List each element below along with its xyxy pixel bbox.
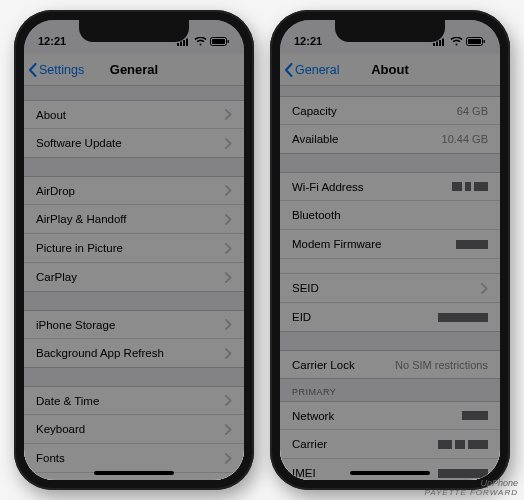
chevron-right-icon: [225, 138, 232, 149]
nav-title: General: [110, 62, 158, 77]
chevron-left-icon: [28, 63, 38, 77]
row-airplay-handoff[interactable]: AirPlay & Handoff: [24, 205, 244, 234]
row-eid: EID: [280, 303, 500, 332]
nav-bar: General About: [280, 54, 500, 86]
svg-rect-6: [228, 40, 230, 43]
row-seid[interactable]: SEID: [280, 274, 500, 303]
svg-rect-10: [442, 38, 444, 46]
chevron-right-icon: [225, 319, 232, 330]
row-carplay[interactable]: CarPlay: [24, 263, 244, 292]
row-capacity: Capacity 64 GB: [280, 96, 500, 125]
chevron-right-icon: [225, 185, 232, 196]
chevron-right-icon: [225, 243, 232, 254]
group-header-primary: PRIMARY: [280, 379, 500, 401]
row-iphone-storage[interactable]: iPhone Storage: [24, 310, 244, 339]
svg-rect-5: [212, 39, 225, 44]
notch: [79, 20, 189, 42]
chevron-left-icon: [284, 63, 294, 77]
home-indicator[interactable]: [350, 471, 430, 475]
about-content: Capacity 64 GB Available 10.44 GB Wi-Fi …: [280, 96, 500, 480]
svg-rect-1: [180, 41, 182, 46]
chevron-right-icon: [225, 424, 232, 435]
row-bluetooth: Bluetooth: [280, 201, 500, 230]
chevron-right-icon: [225, 109, 232, 120]
row-fonts[interactable]: Fonts: [24, 444, 244, 473]
value-available: 10.44 GB: [442, 133, 488, 145]
row-date-time[interactable]: Date & Time: [24, 386, 244, 415]
chevron-right-icon: [225, 453, 232, 464]
row-software-update[interactable]: Software Update: [24, 129, 244, 158]
value-redacted: [438, 469, 488, 478]
settings-content: About Software Update AirDrop AirPlay & …: [24, 100, 244, 480]
chevron-right-icon: [481, 283, 488, 294]
svg-rect-0: [177, 43, 179, 46]
svg-rect-13: [484, 40, 486, 43]
svg-rect-8: [436, 41, 438, 46]
row-background-app-refresh[interactable]: Background App Refresh: [24, 339, 244, 368]
value-carrier-lock: No SIM restrictions: [395, 359, 488, 371]
row-carrier: Carrier: [280, 430, 500, 459]
row-wifi-address: Wi-Fi Address: [280, 172, 500, 201]
phone-left: 12:21 Settings General About Softw: [14, 10, 254, 490]
status-time: 12:21: [294, 35, 322, 47]
value-redacted: [452, 182, 488, 191]
chevron-right-icon: [225, 272, 232, 283]
row-imei: IMEI: [280, 459, 500, 480]
row-spacer: [280, 259, 500, 274]
notch: [335, 20, 445, 42]
back-label: General: [295, 63, 339, 77]
watermark: UpPhone PAYETTE FORWARD: [424, 479, 518, 498]
chevron-right-icon: [225, 348, 232, 359]
back-button-general[interactable]: General: [284, 54, 339, 85]
row-picture-in-picture[interactable]: Picture in Picture: [24, 234, 244, 263]
row-carrier-lock: Carrier Lock No SIM restrictions: [280, 350, 500, 379]
svg-rect-9: [439, 40, 441, 46]
battery-icon: [466, 37, 486, 46]
svg-rect-3: [186, 38, 188, 46]
row-keyboard[interactable]: Keyboard: [24, 415, 244, 444]
wifi-icon: [450, 37, 463, 46]
chevron-right-icon: [225, 214, 232, 225]
nav-bar: Settings General: [24, 54, 244, 86]
chevron-right-icon: [225, 395, 232, 406]
battery-icon: [210, 37, 230, 46]
row-about[interactable]: About: [24, 100, 244, 129]
status-time: 12:21: [38, 35, 66, 47]
row-airdrop[interactable]: AirDrop: [24, 176, 244, 205]
row-network: Network: [280, 401, 500, 430]
back-button-settings[interactable]: Settings: [28, 54, 84, 85]
row-modem-firmware: Modem Firmware: [280, 230, 500, 259]
svg-rect-12: [468, 39, 481, 44]
svg-rect-2: [183, 40, 185, 46]
phone-right: 12:21 General About Capacity 64 GB: [270, 10, 510, 490]
home-indicator[interactable]: [94, 471, 174, 475]
value-capacity: 64 GB: [457, 105, 488, 117]
back-label: Settings: [39, 63, 84, 77]
nav-title: About: [371, 62, 409, 77]
value-redacted: [438, 313, 488, 322]
value-redacted: [438, 440, 488, 449]
value-redacted: [456, 240, 488, 249]
wifi-icon: [194, 37, 207, 46]
svg-rect-7: [433, 43, 435, 46]
value-redacted: [462, 411, 488, 420]
row-available: Available 10.44 GB: [280, 125, 500, 154]
